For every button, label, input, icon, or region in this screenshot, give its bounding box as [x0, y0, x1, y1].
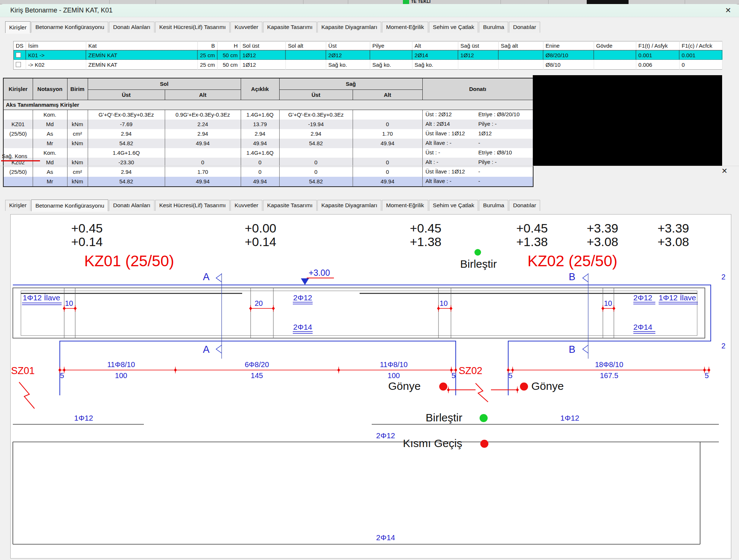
- h-aciklik: Açıklık: [241, 78, 279, 100]
- cell-sol-ust[interactable]: 1Ø12: [240, 60, 285, 70]
- cell-sol-ust[interactable]: 1Ø12: [240, 50, 285, 60]
- stirrup-count: 18Φ8/10: [595, 360, 623, 369]
- cell-f1c[interactable]: 0.001: [679, 50, 722, 60]
- cell-enine[interactable]: Ø8/20/10: [543, 50, 594, 60]
- cell-sag-alt[interactable]: [498, 60, 543, 70]
- row-checkbox-cell[interactable]: [14, 60, 26, 70]
- cell-alt[interactable]: 2Ø14: [412, 50, 458, 60]
- cell-kat[interactable]: ZEMİN KAT: [86, 60, 197, 70]
- support-sz01-label: SZ01: [11, 365, 35, 377]
- cell-b[interactable]: 25 cm: [197, 50, 217, 60]
- cell-govde[interactable]: [594, 60, 636, 70]
- col-f1t[interactable]: F1(t) / Asfyk: [636, 41, 679, 50]
- tab-kirisler[interactable]: Kirişler: [5, 21, 30, 33]
- cell-h[interactable]: 50 cm: [217, 60, 240, 70]
- cell-sag-ust[interactable]: 1Ø12: [458, 50, 498, 60]
- col-enine[interactable]: Enine: [543, 41, 594, 50]
- cell-enine[interactable]: Ø8/10: [543, 60, 594, 70]
- gonye-label: Gönye: [531, 380, 564, 392]
- col-govde[interactable]: Gövde: [594, 41, 636, 50]
- checkbox[interactable]: [16, 52, 21, 58]
- col-ds[interactable]: DS: [14, 41, 26, 50]
- tabbar-bottom: Kirişler Betonarme Konfigürasyonu Donatı…: [5, 199, 541, 211]
- tab-burulma[interactable]: Burulma: [479, 22, 508, 33]
- strip-text-fragment: TE TEKLİ: [411, 0, 430, 3]
- tab-kapasite-tasarimi[interactable]: Kapasite Tasarımı: [263, 200, 317, 211]
- close-icon[interactable]: ✕: [721, 167, 728, 175]
- col-h[interactable]: H: [217, 41, 240, 50]
- tab-moment-egrilik[interactable]: Moment-Eğrilik: [382, 22, 428, 33]
- zone-length: 145: [251, 371, 263, 380]
- cell-isim[interactable]: K01 ->: [26, 50, 86, 60]
- rebar-label: 2Φ14: [633, 323, 652, 332]
- tab-donatilar[interactable]: Donatılar: [509, 200, 540, 211]
- tab-betonarme-konfigurasyonu[interactable]: Betonarme Konfigürasyonu: [31, 22, 108, 33]
- tab-donatilar[interactable]: Donatılar: [509, 22, 540, 33]
- h-sol: Sol: [88, 78, 241, 89]
- strip-dark-segment: [587, 0, 629, 4]
- tab-kapasite-diyagramlari[interactable]: Kapasite Diyagramları: [317, 22, 381, 33]
- tab-kirisler[interactable]: Kirişler: [5, 200, 30, 211]
- tab-kesit-hucresi[interactable]: Kesit Hücresi(Lif) Tasarımı: [155, 200, 230, 211]
- col-sag-ust[interactable]: Sağ üst: [458, 41, 498, 50]
- cell-isim[interactable]: -> K02: [26, 60, 86, 70]
- tab-donati-alanlari[interactable]: Donatı Alanları: [109, 22, 154, 33]
- col-pilye[interactable]: Pilye: [370, 41, 412, 50]
- red-underline-annotation: [1, 160, 40, 161]
- cell-sol-alt[interactable]: [285, 50, 326, 60]
- table-header-row: DS İsim Kat B H Sol üst Sol alt Üst Pily…: [14, 41, 722, 50]
- cell-pilye[interactable]: [370, 50, 412, 60]
- col-sag-alt[interactable]: Sağ alt: [498, 41, 543, 50]
- tab-kesit-hucresi[interactable]: Kesit Hücresi(Lif) Tasarımı: [155, 22, 230, 33]
- cell-sol-alt[interactable]: [285, 60, 326, 70]
- tab-kapasite-diyagramlari[interactable]: Kapasite Diyagramları: [317, 200, 381, 211]
- col-sol-alt[interactable]: Sol alt: [285, 41, 326, 50]
- col-alt[interactable]: Alt: [412, 41, 458, 50]
- tab-kuvvetler[interactable]: Kuvvetler: [230, 22, 262, 33]
- row-kz02-as: (25/50)Ascm² 2.941.700 00 Üst İlave : 1Ø…: [3, 167, 533, 177]
- header-row-1: Kirişler Notasyon Birim Sol Açıklık Sağ …: [3, 78, 533, 89]
- tab-sehim-ve-catlak[interactable]: Sehim ve Çatlak: [429, 200, 478, 211]
- cell-sag-ust[interactable]: [458, 60, 498, 70]
- zone-length: 100: [115, 371, 127, 380]
- tab-moment-egrilik[interactable]: Moment-Eğrilik: [382, 200, 428, 211]
- col-ust[interactable]: Üst: [326, 41, 370, 50]
- close-icon[interactable]: ✕: [725, 7, 731, 14]
- level-label: +3.39+3.08: [648, 222, 699, 249]
- tab-kapasite-tasarimi[interactable]: Kapasite Tasarımı: [263, 22, 317, 33]
- cell-govde[interactable]: [594, 50, 636, 60]
- birlestir-label: Birleştir: [426, 411, 462, 424]
- cell-f1c[interactable]: 0: [679, 60, 722, 70]
- clipped-edge-label: 2: [721, 342, 725, 350]
- cell-pilye[interactable]: Sağ ko.: [370, 60, 412, 70]
- row-kz02-mr: MrkNm 54.8249.9449.94 54.8249.94 Alt İla…: [3, 177, 533, 187]
- table-row-k02[interactable]: -> K02 ZEMİN KAT 25 cm 50 cm 1Ø12 Sağ ko…: [14, 60, 722, 70]
- design-results-table: Kirişler Notasyon Birim Sol Açıklık Sağ …: [3, 78, 534, 187]
- strip-divider: [156, 0, 156, 4]
- col-b[interactable]: B: [197, 41, 217, 50]
- tab-sehim-ve-catlak[interactable]: Sehim ve Çatlak: [429, 22, 478, 33]
- cell-sag-alt[interactable]: [498, 50, 543, 60]
- col-sol-ust[interactable]: Sol üst: [240, 41, 285, 50]
- cell-ust[interactable]: Sağ ko.: [326, 60, 370, 70]
- tab-donati-alanlari[interactable]: Donatı Alanları: [109, 200, 154, 211]
- table-row-k01[interactable]: K01 -> ZEMİN KAT 25 cm 50 cm 1Ø12 2Ø12 2…: [14, 50, 722, 60]
- row-checkbox-cell[interactable]: [14, 50, 26, 60]
- cell-f1t[interactable]: 0.006: [636, 60, 679, 70]
- tab-kuvvetler[interactable]: Kuvvetler: [230, 200, 262, 211]
- col-isim[interactable]: İsim: [26, 41, 86, 50]
- cell-b[interactable]: 25 cm: [197, 60, 217, 70]
- viewport-black-area[interactable]: [533, 75, 722, 166]
- cell-f1t[interactable]: 0.001: [636, 50, 679, 60]
- cell-alt[interactable]: Sağ ko.: [412, 60, 458, 70]
- zone-length-5: 5: [705, 371, 709, 380]
- col-f1c[interactable]: F1(c) / Acfck: [679, 41, 722, 50]
- cell-ust[interactable]: 2Ø12: [326, 50, 370, 60]
- col-kat[interactable]: Kat: [86, 41, 197, 50]
- window-titlebar[interactable]: Kiriş Betonarme - ZEMİN KAT, K01: [0, 4, 739, 17]
- cell-kat[interactable]: ZEMİN KAT: [86, 50, 197, 60]
- cell-h[interactable]: 50 cm: [217, 50, 240, 60]
- checkbox[interactable]: [16, 62, 21, 67]
- tab-betonarme-konfigurasyonu[interactable]: Betonarme Konfigürasyonu: [31, 200, 108, 211]
- tab-burulma[interactable]: Burulma: [479, 200, 508, 211]
